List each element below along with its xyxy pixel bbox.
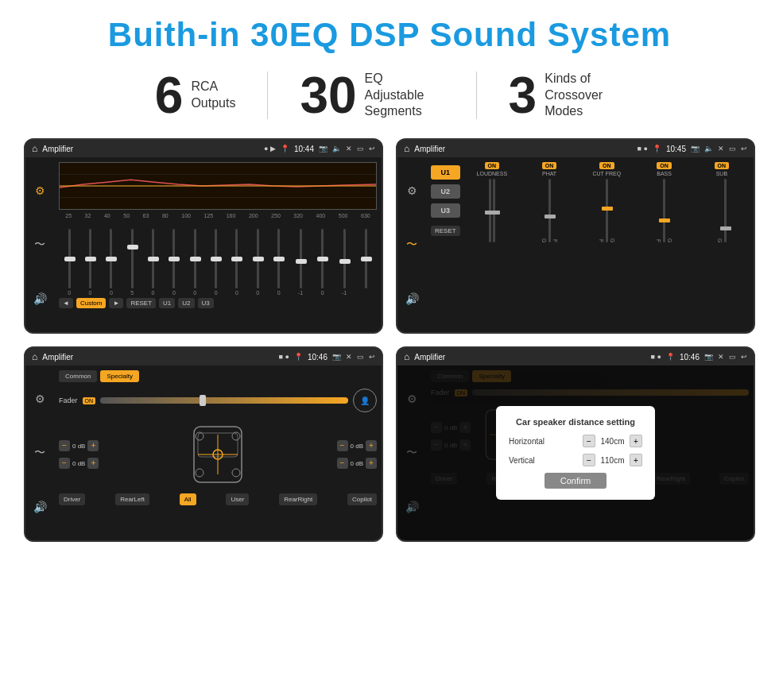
speaker-layout: − 0 dB + − 0 dB + [59, 419, 377, 490]
u3-btn[interactable]: U3 [198, 298, 214, 308]
confirm-button[interactable]: Confirm [545, 473, 607, 489]
vol-rr-minus[interactable]: − [337, 458, 348, 469]
camera2-icon: 📷 [691, 145, 700, 153]
wave3-icon[interactable]: 〜 [34, 446, 45, 460]
slider-9[interactable]: 0 [235, 229, 238, 296]
cutfreq-on[interactable]: ON [599, 162, 614, 169]
u2-select-btn[interactable]: U2 [431, 184, 460, 199]
vol-rl-minus[interactable]: − [59, 458, 70, 469]
specialty-tab[interactable]: Specialty [100, 370, 138, 382]
screen3-topbar: ⌂ Amplifier ■ ● 📍 10:46 📷 ✕ ▭ ↩ [25, 348, 382, 365]
eq3-icon[interactable]: ⚙ [35, 393, 45, 405]
stat-eq-number: 30 [300, 70, 356, 121]
slider-7[interactable]: 0 [193, 229, 196, 296]
speaker2-icon[interactable]: 🔊 [405, 292, 419, 305]
home-icon3[interactable]: ⌂ [32, 351, 37, 362]
screen4-body: ⚙ 〜 🔊 Common Specialty Fader ON [397, 365, 754, 540]
slider-1[interactable]: 0 [68, 229, 71, 296]
slider-15[interactable]: 0 [365, 229, 368, 296]
bass-on[interactable]: ON [657, 162, 672, 169]
wave-icon[interactable]: 〜 [34, 238, 45, 252]
vol-fl: − 0 dB + [59, 440, 99, 451]
vol-fr-minus[interactable]: − [337, 440, 348, 451]
slider-14[interactable]: -1 [342, 229, 347, 296]
back2-icon[interactable]: ↩ [741, 145, 747, 153]
home-icon[interactable]: ⌂ [32, 143, 37, 154]
wave2-icon[interactable]: 〜 [406, 238, 417, 252]
slider-3[interactable]: 0 [110, 229, 113, 296]
horizontal-plus[interactable]: + [630, 435, 642, 447]
person-icon: 👤 [353, 389, 377, 412]
camera3-icon: 📷 [332, 353, 341, 361]
phat-on[interactable]: ON [542, 162, 557, 169]
vertical-value: 110cm [599, 456, 626, 465]
vol-fr-value: 0 dB [351, 443, 363, 450]
camera-icon: 📷 [319, 145, 327, 153]
slider-8[interactable]: 0 [215, 229, 218, 296]
slider-6[interactable]: 0 [172, 229, 176, 296]
dot2-icon: ■ ● [638, 145, 648, 153]
screen3-sidebar: ⚙ 〜 🔊 [25, 365, 54, 540]
vol-fr: − 0 dB + [337, 440, 377, 451]
slider-11[interactable]: 0 [277, 229, 281, 296]
u3-select-btn[interactable]: U3 [431, 203, 460, 218]
eq-bottom-bar: ◄ Custom ► RESET U1 U2 U3 [59, 296, 377, 311]
vol-rl-plus[interactable]: + [87, 458, 99, 469]
home-icon2[interactable]: ⌂ [404, 143, 409, 154]
rearright-btn[interactable]: RearRight [279, 493, 317, 505]
prev-btn[interactable]: ◄ [59, 298, 73, 308]
sub-on[interactable]: ON [715, 162, 730, 169]
eq-graph [59, 162, 377, 210]
slider-5[interactable]: 0 [152, 229, 155, 296]
amp2-reset-btn[interactable]: RESET [431, 226, 460, 236]
custom-btn[interactable]: Custom [76, 298, 107, 308]
vol-fl-minus[interactable]: − [59, 440, 70, 451]
screen4-card: ⌂ Amplifier ■ ● 📍 10:46 📷 ✕ ▭ ↩ ⚙ 〜 🔊 [396, 346, 755, 542]
pin-icon: 📍 [281, 145, 289, 153]
pin3-icon: 📍 [294, 353, 303, 361]
svg-point-11 [196, 469, 203, 477]
slider-2[interactable]: 0 [89, 229, 92, 296]
all-btn[interactable]: All [180, 493, 196, 505]
screen1-content: 25 32 40 50 63 80 100 125 160 200 250 32… [54, 157, 382, 332]
home-icon4[interactable]: ⌂ [404, 351, 409, 362]
speaker-icon[interactable]: 🔊 [33, 292, 47, 305]
window2-icon: ▭ [729, 145, 736, 153]
vol-fr-plus[interactable]: + [366, 440, 377, 451]
vol-fl-plus[interactable]: + [87, 440, 99, 451]
cutfreq-label: CUT FREQ [593, 171, 622, 176]
x4-icon: ✕ [718, 353, 724, 361]
slider-13[interactable]: 0 [321, 229, 324, 296]
back-icon[interactable]: ↩ [369, 145, 375, 153]
stat-rca: 6 RCA Outputs [123, 70, 268, 121]
vertical-minus[interactable]: − [583, 454, 595, 466]
horizontal-minus[interactable]: − [583, 435, 595, 447]
rearleft-btn[interactable]: RearLeft [115, 493, 149, 505]
slider-4[interactable]: 5 [130, 229, 134, 296]
eq2-icon[interactable]: ⚙ [407, 184, 417, 197]
speaker3-icon[interactable]: 🔊 [33, 501, 47, 513]
bass-label: BASS [657, 171, 672, 176]
reset-btn[interactable]: RESET [126, 298, 156, 308]
loudness-on[interactable]: ON [485, 162, 500, 169]
u1-btn[interactable]: U1 [159, 298, 175, 308]
horizontal-row: Horizontal − 140cm + [509, 435, 642, 447]
back3-icon[interactable]: ↩ [369, 353, 375, 361]
u2-btn[interactable]: U2 [178, 298, 194, 308]
slider-12[interactable]: -1 [298, 229, 303, 296]
common-tab[interactable]: Common [59, 370, 97, 382]
fader-row: Fader ON 👤 [59, 389, 377, 412]
loudness-label: LOUDNESS [477, 171, 508, 176]
vol-rr-plus[interactable]: + [366, 458, 377, 469]
vertical-plus[interactable]: + [630, 454, 642, 466]
user-btn[interactable]: User [226, 493, 249, 505]
driver-btn[interactable]: Driver [59, 493, 85, 505]
eq-icon[interactable]: ⚙ [35, 184, 45, 197]
stat-crossover: 3 Kinds of Crossover Modes [477, 70, 657, 121]
x2-icon: ✕ [718, 145, 724, 153]
u1-select-btn[interactable]: U1 [431, 165, 460, 180]
play-btn[interactable]: ► [109, 298, 123, 308]
back4-icon[interactable]: ↩ [741, 353, 747, 361]
copilot-btn[interactable]: Copilot [347, 493, 377, 505]
slider-10[interactable]: 0 [256, 229, 259, 296]
